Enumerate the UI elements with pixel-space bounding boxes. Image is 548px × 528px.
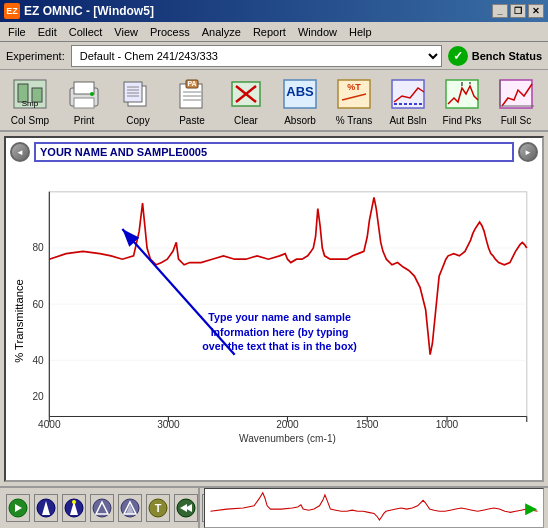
- title-bar-buttons: _ ❐ ✕: [492, 4, 544, 18]
- svg-point-70: [72, 500, 76, 504]
- find-pks-icon: [443, 75, 481, 113]
- print-button[interactable]: Print: [58, 72, 110, 128]
- experiment-label: Experiment:: [6, 50, 65, 62]
- bench-status-label: Bench Status: [472, 50, 542, 62]
- absorb-button[interactable]: ABS Absorb: [274, 72, 326, 128]
- menu-analyze[interactable]: Analyze: [196, 24, 247, 40]
- bottom-icon-3[interactable]: [62, 494, 86, 522]
- svg-rect-5: [74, 82, 94, 94]
- prev-sample-button[interactable]: ◄: [10, 142, 30, 162]
- status-icons-left: T: [0, 488, 200, 528]
- chart-container: ◄ ► % Transmittance 80 60 40 20: [4, 136, 544, 482]
- full-sc-button[interactable]: Full Sc: [490, 72, 542, 128]
- aut-bsln-icon: [389, 75, 427, 113]
- svg-point-7: [90, 92, 94, 96]
- paste-icon: PA: [173, 75, 211, 113]
- bottom-icon-5[interactable]: [118, 494, 142, 522]
- menu-window[interactable]: Window: [292, 24, 343, 40]
- clear-button[interactable]: Clear: [220, 72, 272, 128]
- minimize-button[interactable]: _: [492, 4, 508, 18]
- bottom-icon-6[interactable]: T: [146, 494, 170, 522]
- menu-file[interactable]: File: [2, 24, 32, 40]
- restore-button[interactable]: ❐: [510, 4, 526, 18]
- bottom-icon-4[interactable]: [90, 494, 114, 522]
- mini-spectrum-preview: ►: [204, 488, 544, 528]
- pct-trans-label: % Trans: [336, 115, 373, 126]
- menu-help[interactable]: Help: [343, 24, 378, 40]
- menu-edit[interactable]: Edit: [32, 24, 63, 40]
- copy-label: Copy: [126, 115, 149, 126]
- col-smp-button[interactable]: Smp Col Smp: [4, 72, 56, 128]
- svg-text:ABS: ABS: [286, 84, 314, 99]
- svg-text:Type your name and sample: Type your name and sample: [208, 311, 351, 323]
- sample-name-row: ◄ ►: [10, 142, 538, 162]
- svg-text:information here (by typing: information here (by typing: [211, 326, 349, 338]
- menu-report[interactable]: Report: [247, 24, 292, 40]
- sample-name-input[interactable]: [34, 142, 514, 162]
- svg-text:60: 60: [32, 299, 44, 310]
- menu-process[interactable]: Process: [144, 24, 196, 40]
- absorb-label: Absorb: [284, 115, 316, 126]
- experiment-bar: Experiment: Default - Chem 241/243/333 ✓…: [0, 42, 548, 70]
- app-icon: EZ: [4, 3, 20, 19]
- paste-button[interactable]: PA Paste: [166, 72, 218, 128]
- main-content: ◄ ► % Transmittance 80 60 40 20: [0, 132, 548, 486]
- bench-status-icon: ✓: [448, 46, 468, 66]
- experiment-select[interactable]: Default - Chem 241/243/333: [71, 45, 442, 67]
- window-title: EZ OMNIC - [Window5]: [24, 4, 492, 18]
- svg-text:40: 40: [32, 355, 44, 366]
- svg-text:over the text that is in the b: over the text that is in the box): [202, 340, 357, 352]
- full-sc-icon: [497, 75, 535, 113]
- ir-chart: % Transmittance 80 60 40 20 4000 3000 20…: [10, 166, 538, 476]
- status-bar: T ►: [0, 486, 548, 528]
- clear-label: Clear: [234, 115, 258, 126]
- find-pks-label: Find Pks: [443, 115, 482, 126]
- close-button[interactable]: ✕: [528, 4, 544, 18]
- title-bar: EZ EZ OMNIC - [Window5] _ ❐ ✕: [0, 0, 548, 22]
- bench-status: ✓ Bench Status: [448, 46, 542, 66]
- full-sc-label: Full Sc: [501, 115, 532, 126]
- svg-text:T: T: [155, 502, 162, 514]
- paste-label: Paste: [179, 115, 205, 126]
- svg-text:20: 20: [32, 391, 44, 402]
- pct-trans-icon: %T: [335, 75, 373, 113]
- svg-text:80: 80: [32, 242, 44, 253]
- menu-collect[interactable]: Collect: [63, 24, 109, 40]
- svg-text:Smp: Smp: [22, 99, 39, 108]
- find-pks-button[interactable]: Find Pks: [436, 72, 488, 128]
- bottom-icon-7[interactable]: [174, 494, 198, 522]
- absorb-icon: ABS: [281, 75, 319, 113]
- svg-rect-6: [74, 98, 94, 108]
- svg-text:PA: PA: [187, 80, 196, 87]
- col-smp-label: Col Smp: [11, 115, 49, 126]
- copy-icon: [119, 75, 157, 113]
- pct-trans-button[interactable]: %T % Trans: [328, 72, 380, 128]
- bottom-icon-1[interactable]: [6, 494, 30, 522]
- print-icon: [65, 75, 103, 113]
- svg-text:Wavenumbers (cm-1): Wavenumbers (cm-1): [239, 433, 336, 444]
- scroll-right-arrow[interactable]: ►: [521, 497, 541, 520]
- print-label: Print: [74, 115, 95, 126]
- menu-view[interactable]: View: [108, 24, 144, 40]
- svg-rect-9: [124, 82, 142, 102]
- toolbar: Smp Col Smp Print Co: [0, 70, 548, 132]
- aut-bsln-label: Aut Bsln: [389, 115, 426, 126]
- next-sample-button[interactable]: ►: [518, 142, 538, 162]
- col-smp-icon: Smp: [11, 75, 49, 113]
- clear-icon: [227, 75, 265, 113]
- copy-button[interactable]: Copy: [112, 72, 164, 128]
- aut-bsln-button[interactable]: Aut Bsln: [382, 72, 434, 128]
- menu-bar: File Edit Collect View Process Analyze R…: [0, 22, 548, 42]
- chart-area: % Transmittance 80 60 40 20 4000 3000 20…: [10, 166, 538, 476]
- svg-text:%T: %T: [347, 82, 361, 92]
- svg-text:% Transmittance: % Transmittance: [13, 279, 25, 363]
- bottom-icon-2[interactable]: [34, 494, 58, 522]
